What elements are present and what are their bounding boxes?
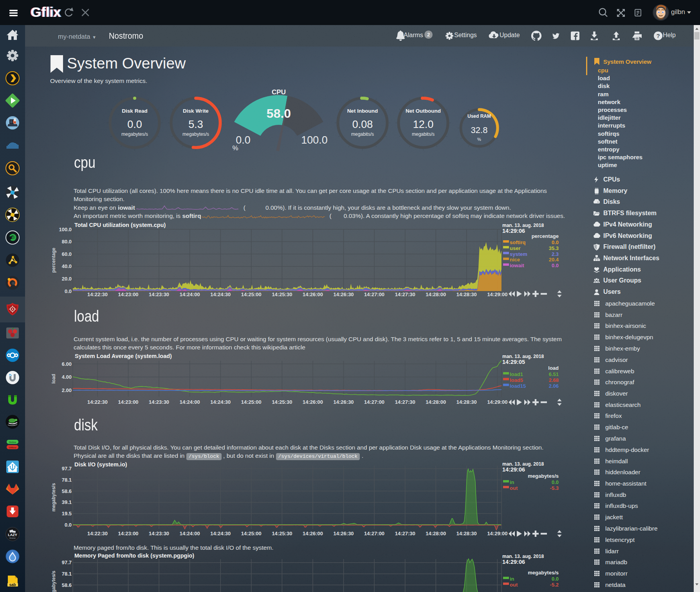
svg-text:sab: sab: [9, 583, 16, 587]
svg-text:librarian: librarian: [9, 537, 16, 539]
svg-text:?: ?: [656, 32, 660, 39]
svg-text:Online: Online: [9, 441, 16, 443]
svg-text:Offline: Offline: [9, 446, 17, 449]
svg-text:LAZY: LAZY: [8, 533, 17, 537]
